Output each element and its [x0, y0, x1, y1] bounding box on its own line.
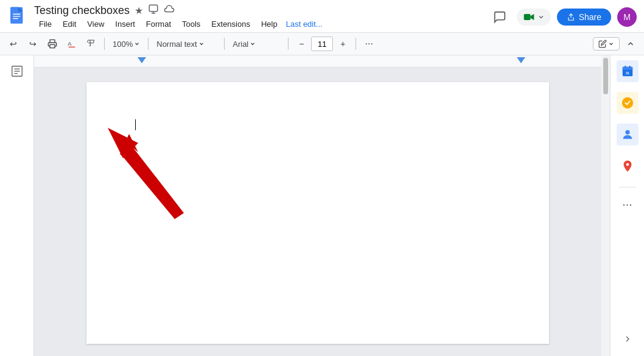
- left-side-panel: [0, 55, 34, 356]
- toolbar-sep-1: [104, 38, 105, 50]
- scrollbar[interactable]: [601, 55, 610, 356]
- font-family-dropdown[interactable]: Arial: [229, 35, 284, 52]
- svg-rect-5: [149, 5, 158, 12]
- text-style-dropdown[interactable]: Normal text: [153, 35, 220, 52]
- svg-rect-21: [625, 66, 626, 68]
- toolbar-sep-2: [148, 38, 149, 50]
- sidebar-separator: [619, 187, 636, 187]
- svg-point-24: [621, 97, 632, 108]
- document-page[interactable]: [86, 82, 549, 344]
- cloud-save-icon[interactable]: [164, 4, 175, 17]
- menu-format[interactable]: Format: [141, 18, 176, 30]
- zoom-dropdown[interactable]: 100%: [109, 35, 144, 52]
- svg-marker-7: [530, 14, 534, 20]
- sidebar-expand-button[interactable]: [623, 334, 632, 346]
- svg-rect-4: [13, 18, 18, 18]
- toolbar-collapse-button[interactable]: [622, 35, 639, 52]
- font-size-area: − 11 +: [293, 35, 351, 52]
- svg-rect-20: [622, 67, 632, 70]
- svg-text:A: A: [68, 41, 72, 47]
- zoom-value: 100%: [113, 40, 133, 49]
- more-apps-button[interactable]: ···: [622, 197, 632, 211]
- toolbar-sep-3: [224, 38, 225, 50]
- svg-rect-6: [523, 14, 530, 20]
- font-size-input[interactable]: 11: [311, 37, 333, 51]
- docs-logo: [7, 6, 29, 28]
- svg-rect-10: [50, 44, 55, 47]
- top-right-controls: Share M: [489, 6, 637, 28]
- redo-button[interactable]: ↪: [24, 35, 41, 52]
- menu-view[interactable]: View: [82, 18, 109, 30]
- svg-rect-22: [629, 66, 630, 68]
- meet-button[interactable]: [517, 9, 551, 26]
- tasks-sidebar-icon[interactable]: [617, 92, 639, 114]
- decrease-font-button[interactable]: −: [293, 35, 310, 52]
- outline-icon[interactable]: [6, 60, 28, 82]
- right-margin-indicator[interactable]: [517, 57, 525, 63]
- more-options-button[interactable]: ···: [360, 35, 377, 52]
- undo-button[interactable]: ↩: [5, 35, 22, 52]
- menu-tools[interactable]: Tools: [177, 18, 205, 30]
- paint-format-button[interactable]: [83, 35, 100, 52]
- present-icon[interactable]: [148, 4, 159, 17]
- maps-sidebar-icon[interactable]: [617, 155, 639, 177]
- scroll-thumb[interactable]: [603, 58, 608, 94]
- right-sidebar: 31 ···: [610, 55, 644, 356]
- toolbar-sep-4: [288, 38, 289, 50]
- ruler: [34, 55, 601, 68]
- svg-rect-3: [13, 16, 21, 16]
- print-button[interactable]: [44, 35, 61, 52]
- share-button[interactable]: Share: [557, 9, 611, 26]
- svg-marker-17: [120, 134, 184, 219]
- svg-rect-2: [13, 13, 21, 14]
- svg-point-25: [625, 130, 629, 134]
- toolbar: ↩ ↪ A 100% Normal text Arial − 11 + ···: [0, 33, 644, 55]
- star-icon[interactable]: ★: [135, 5, 143, 16]
- menu-insert[interactable]: Insert: [110, 18, 140, 30]
- top-bar: Testing checkboxes ★ File Edit View Inse…: [0, 0, 644, 33]
- calendar-sidebar-icon[interactable]: 31: [617, 60, 639, 82]
- menu-extensions[interactable]: Extensions: [206, 18, 255, 30]
- menu-file[interactable]: File: [34, 18, 57, 30]
- share-label: Share: [579, 12, 601, 22]
- spell-check-button[interactable]: A: [63, 35, 80, 52]
- comments-button[interactable]: [489, 6, 511, 28]
- arrow-annotation: [105, 125, 202, 222]
- menu-bar: File Edit View Insert Format Tools Exten…: [34, 17, 484, 30]
- contacts-sidebar-icon[interactable]: [617, 124, 639, 145]
- svg-text:31: 31: [625, 71, 629, 75]
- font-value: Arial: [233, 40, 248, 49]
- zoom-control: 100%: [109, 35, 144, 52]
- document-title[interactable]: Testing checkboxes: [34, 4, 130, 17]
- title-area: Testing checkboxes ★ File Edit View Inse…: [34, 4, 484, 30]
- svg-marker-18: [108, 128, 138, 158]
- left-margin-indicator[interactable]: [138, 57, 146, 63]
- edit-mode-button[interactable]: [593, 37, 620, 51]
- style-value: Normal text: [156, 40, 197, 49]
- user-avatar[interactable]: M: [617, 7, 637, 27]
- svg-point-26: [626, 163, 629, 166]
- toolbar-sep-5: [355, 38, 356, 50]
- text-cursor: [135, 119, 136, 130]
- main-content: 31 ···: [0, 55, 644, 356]
- document-area[interactable]: [34, 55, 601, 356]
- menu-help[interactable]: Help: [256, 18, 282, 30]
- increase-font-button[interactable]: +: [334, 35, 351, 52]
- title-row: Testing checkboxes ★: [34, 4, 484, 17]
- title-icons: ★: [135, 4, 175, 17]
- last-edit-link[interactable]: Last edit...: [286, 19, 323, 29]
- menu-edit[interactable]: Edit: [58, 18, 81, 30]
